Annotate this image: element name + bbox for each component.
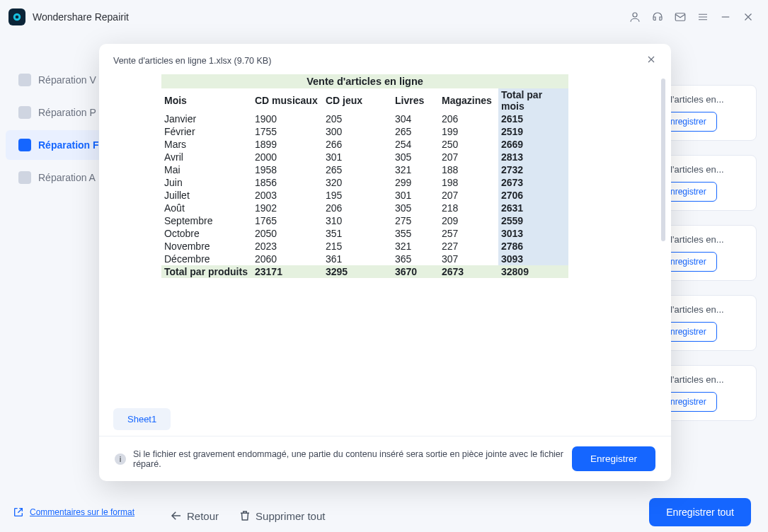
cell: 250 bbox=[439, 138, 498, 151]
app-title: Wondershare Repairit bbox=[33, 11, 129, 23]
close-icon[interactable] bbox=[646, 54, 657, 67]
support-icon[interactable] bbox=[646, 6, 669, 28]
sidebar-label: Réparation P bbox=[38, 107, 96, 118]
cell: 257 bbox=[439, 227, 498, 240]
preview-modal: Vente d'articles en ligne 1.xlsx (9.70 K… bbox=[99, 44, 671, 481]
file-card-name: e d'articles en... bbox=[660, 234, 747, 245]
cell: 2559 bbox=[498, 214, 568, 227]
cell: 361 bbox=[323, 253, 392, 265]
cell: 301 bbox=[392, 189, 439, 202]
cell: 307 bbox=[439, 253, 498, 265]
cell: 195 bbox=[323, 189, 392, 202]
sidebar-label: Réparation F bbox=[38, 139, 99, 151]
cell: 2673 bbox=[498, 176, 568, 189]
titlebar: Wondershare Repairit bbox=[0, 0, 768, 34]
cell: 2669 bbox=[498, 138, 568, 151]
cell: 301 bbox=[323, 151, 392, 163]
cell: Mars bbox=[161, 138, 252, 151]
menu-icon[interactable] bbox=[692, 6, 714, 28]
cell: 355 bbox=[392, 227, 439, 240]
minimize-icon[interactable] bbox=[714, 6, 737, 28]
save-button[interactable]: Enregistrer bbox=[572, 446, 655, 471]
cell: 265 bbox=[323, 163, 392, 176]
cell: Janvier bbox=[161, 112, 252, 125]
cell: 2050 bbox=[252, 227, 323, 240]
table-row: Juin18563202991982673 bbox=[161, 176, 568, 189]
modal-body: Vente d'articles en ligne MoisCD musicau… bbox=[99, 70, 671, 408]
cell: 1958 bbox=[252, 163, 323, 176]
table-row: Novembre20232153212272786 bbox=[161, 240, 568, 253]
back-button[interactable]: Retour bbox=[170, 509, 219, 522]
cell: 3670 bbox=[392, 265, 439, 278]
cell: 2519 bbox=[498, 125, 568, 138]
cell: 206 bbox=[323, 202, 392, 214]
cell: 2706 bbox=[498, 189, 568, 202]
delete-all-button[interactable]: Supprimer tout bbox=[239, 509, 325, 522]
file-card-name: e d'articles en... bbox=[660, 304, 747, 315]
cell: 300 bbox=[323, 125, 392, 138]
close-window-icon[interactable] bbox=[737, 6, 760, 28]
cell: 2000 bbox=[252, 151, 323, 163]
cell: 305 bbox=[392, 151, 439, 163]
cell: Décembre bbox=[161, 253, 252, 265]
info-icon: i bbox=[115, 453, 126, 465]
table-row: Avril20003013052072813 bbox=[161, 151, 568, 163]
feedback-link[interactable]: Commentaires sur le format bbox=[13, 507, 134, 518]
mail-icon[interactable] bbox=[669, 6, 692, 28]
cell: 198 bbox=[439, 176, 498, 189]
cell: 209 bbox=[439, 214, 498, 227]
cell: Juin bbox=[161, 176, 252, 189]
table-row: Février17553002651992519 bbox=[161, 125, 568, 138]
column-header: Total par mois bbox=[498, 88, 568, 112]
cell: 2615 bbox=[498, 112, 568, 125]
external-link-icon bbox=[13, 507, 24, 518]
column-header: Livres bbox=[392, 88, 439, 112]
cell: 275 bbox=[392, 214, 439, 227]
modal-header: Vente d'articles en ligne 1.xlsx (9.70 K… bbox=[99, 44, 671, 70]
cell: 218 bbox=[439, 202, 498, 214]
scrollbar[interactable] bbox=[661, 79, 665, 241]
sheet-tab[interactable]: Sheet1 bbox=[113, 408, 171, 430]
audio-icon bbox=[18, 171, 31, 184]
table-row: Septembre17653102752092559 bbox=[161, 214, 568, 227]
column-header: CD jeux bbox=[323, 88, 392, 112]
cell: 310 bbox=[323, 214, 392, 227]
table-row: Juillet20031953012072706 bbox=[161, 189, 568, 202]
totals-row: Total par produits2317132953670267332809 bbox=[161, 265, 568, 278]
cell: 351 bbox=[323, 227, 392, 240]
cell: 2786 bbox=[498, 240, 568, 253]
cell: 321 bbox=[392, 240, 439, 253]
cell: 2813 bbox=[498, 151, 568, 163]
svg-point-1 bbox=[16, 16, 19, 19]
cell: 1856 bbox=[252, 176, 323, 189]
cell: 365 bbox=[392, 253, 439, 265]
cell: Septembre bbox=[161, 214, 252, 227]
table-row: Mars18992662542502669 bbox=[161, 138, 568, 151]
column-header: CD musicaux bbox=[252, 88, 323, 112]
cell: 207 bbox=[439, 151, 498, 163]
cell: Août bbox=[161, 202, 252, 214]
account-icon[interactable] bbox=[624, 6, 646, 28]
file-card-name: e d'articles en... bbox=[660, 94, 747, 105]
feedback-link-text: Commentaires sur le format bbox=[30, 507, 134, 517]
photo-icon bbox=[18, 106, 31, 119]
cell: 207 bbox=[439, 189, 498, 202]
cell: 188 bbox=[439, 163, 498, 176]
svg-rect-3 bbox=[675, 13, 685, 21]
cell: 206 bbox=[439, 112, 498, 125]
sheet-tabs: Sheet1 bbox=[99, 408, 671, 436]
table-row: Octobre20503513552573013 bbox=[161, 227, 568, 240]
cell: 2060 bbox=[252, 253, 323, 265]
cell: Novembre bbox=[161, 240, 252, 253]
cell: 205 bbox=[323, 112, 392, 125]
table-row: Décembre20603613653073093 bbox=[161, 253, 568, 265]
cell: 320 bbox=[323, 176, 392, 189]
cell: 1899 bbox=[252, 138, 323, 151]
sidebar-label: Réparation V bbox=[38, 74, 96, 86]
cell: 215 bbox=[323, 240, 392, 253]
save-all-button[interactable]: Enregistrer tout bbox=[649, 498, 751, 526]
svg-point-2 bbox=[633, 13, 637, 17]
cell: Total par produits bbox=[161, 265, 252, 278]
cell: Février bbox=[161, 125, 252, 138]
cell: 304 bbox=[392, 112, 439, 125]
